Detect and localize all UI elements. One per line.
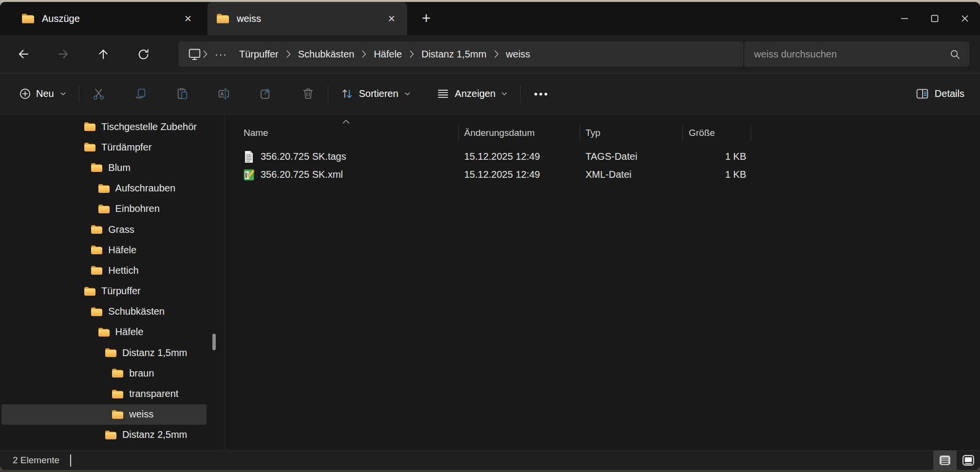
navigation-bar: ··· TürpufferSchubkästenHäfeleDistanz 1,…	[0, 35, 980, 73]
sidebar-item-label: transparent	[129, 388, 178, 399]
new-tab-button[interactable]: +	[418, 10, 434, 27]
details-pane-button[interactable]: Details	[913, 81, 967, 107]
copy-button[interactable]	[127, 81, 155, 107]
tab-bar: Auszüge ✕ weiss ✕ +	[0, 2, 980, 35]
file-date: 15.12.2025 12:49	[459, 169, 580, 180]
refresh-button[interactable]	[132, 42, 155, 66]
sidebar-item-aufschrauben[interactable]: Aufschrauben	[1, 178, 207, 199]
sidebar-item-schubkästen[interactable]: Schubkästen	[1, 302, 207, 322]
sort-button[interactable]: Sortieren	[334, 81, 418, 107]
toolbar-separator	[520, 85, 521, 103]
details-view-toggle[interactable]	[933, 451, 957, 470]
folder-icon	[216, 13, 229, 24]
folder-icon	[91, 265, 102, 275]
folder-tree: Tischgestelle ZubehörTürdämpferBlumAufsc…	[0, 116, 225, 445]
details-panel-icon	[916, 87, 929, 100]
chevron-down-icon	[59, 90, 67, 97]
sidebar-item-grass[interactable]: Grass	[1, 219, 207, 240]
sidebar-item-label: Aufschrauben	[115, 183, 175, 194]
sidebar-item-häfele[interactable]: Häfele	[1, 322, 207, 342]
file-row-356-20-725-sk-xml[interactable]: 356.20.725 SK.xml15.12.2025 12:49XML-Dat…	[225, 166, 980, 184]
details-button-label: Details	[935, 88, 964, 99]
close-tab-icon[interactable]: ✕	[385, 12, 398, 25]
sidebar-item-weiss[interactable]: weiss	[1, 404, 207, 425]
sidebar-item-label: braun	[129, 368, 154, 379]
file-date: 15.12.2025 12:49	[459, 151, 580, 162]
sidebar-item-blum[interactable]: Blum	[1, 157, 207, 178]
sidebar-item-einbohren[interactable]: Einbohren	[1, 199, 207, 219]
tab-weiss[interactable]: weiss ✕	[207, 2, 407, 35]
view-button[interactable]: Anzeigen	[430, 81, 515, 107]
search-input[interactable]	[744, 49, 949, 60]
close-button[interactable]	[950, 2, 980, 35]
navigation-pane: Tischgestelle ZubehörTürdämpferBlumAufsc…	[0, 114, 225, 450]
sort-ascending-caret-icon[interactable]	[342, 118, 350, 125]
file-size: 1 KB	[683, 151, 751, 162]
forward-button[interactable]	[52, 42, 75, 66]
back-button[interactable]	[12, 42, 35, 66]
folder-icon	[105, 430, 116, 440]
delete-button[interactable]	[294, 81, 322, 107]
column-header-größe[interactable]: Größe	[683, 125, 751, 141]
breadcrumb-item-türpuffer[interactable]: Türpuffer	[233, 49, 284, 60]
folder-icon	[98, 204, 110, 214]
sidebar-scrollbar-thumb[interactable]	[212, 334, 216, 350]
close-tab-icon[interactable]: ✕	[181, 12, 195, 25]
folder-icon	[98, 184, 110, 193]
minimize-button[interactable]	[889, 2, 920, 35]
column-header-name[interactable]: Name	[225, 125, 459, 141]
up-button[interactable]	[92, 42, 115, 66]
breadcrumb-item-häfele[interactable]: Häfele	[368, 49, 408, 60]
file-name: 356.20.725 SK.xml	[261, 169, 343, 180]
tags-file-icon	[244, 151, 254, 163]
large-icons-view-toggle[interactable]	[957, 451, 980, 470]
share-button[interactable]	[252, 81, 281, 107]
status-divider	[70, 454, 71, 467]
main-area: Tischgestelle ZubehörTürdämpferBlumAufsc…	[0, 114, 980, 450]
folder-icon	[105, 348, 116, 358]
sidebar-item-label: Distanz 1,5mm	[122, 347, 187, 359]
sidebar-item-türpuffer[interactable]: Türpuffer	[1, 281, 207, 302]
file-name: 356.20.725 SK.tags	[261, 151, 346, 162]
folder-icon	[112, 368, 123, 378]
cut-button[interactable]	[85, 81, 113, 107]
more-options-button[interactable]: •••	[526, 88, 557, 100]
maximize-button[interactable]	[920, 2, 950, 35]
tab-auszuege[interactable]: Auszüge ✕	[13, 2, 204, 35]
file-row-356-20-725-sk-tags[interactable]: 356.20.725 SK.tags15.12.2025 12:49TAGS-D…	[225, 148, 980, 166]
breadcrumb[interactable]: ··· TürpufferSchubkästenHäfeleDistanz 1,…	[178, 41, 743, 67]
breadcrumb-overflow[interactable]: ···	[209, 49, 233, 60]
view-toggles	[933, 451, 980, 470]
view-lines-icon	[436, 87, 450, 100]
sidebar-item-türdämpfer[interactable]: Türdämpfer	[1, 137, 207, 157]
sidebar-item-distanz-1-5mm[interactable]: Distanz 1,5mm	[1, 342, 207, 363]
sidebar-item-braun[interactable]: braun	[1, 363, 207, 383]
sidebar-item-distanz-2-5mm[interactable]: Distanz 2,5mm	[1, 425, 207, 445]
sidebar-item-label: Häfele	[108, 245, 136, 256]
view-button-label: Anzeigen	[455, 88, 495, 99]
search-icon[interactable]	[949, 49, 961, 60]
item-count: 2 Elemente	[13, 455, 59, 466]
column-header-änderungsdatum[interactable]: Änderungsdatum	[459, 125, 580, 141]
sidebar-item-label: Hettich	[108, 265, 138, 276]
column-header-typ[interactable]: Typ	[580, 125, 683, 141]
new-button[interactable]: Neu	[13, 81, 74, 107]
sidebar-item-label: weiss	[129, 409, 153, 420]
file-type: XML-Datei	[580, 169, 683, 180]
chevron-down-icon	[404, 90, 411, 97]
breadcrumb-item-schubkästen[interactable]: Schubkästen	[292, 49, 360, 60]
this-pc-icon[interactable]	[188, 48, 201, 61]
file-size: 1 KB	[683, 169, 751, 180]
sidebar-item-tischgestelle-zubehör[interactable]: Tischgestelle Zubehör	[1, 116, 207, 137]
breadcrumb-item-weiss[interactable]: weiss	[500, 49, 536, 60]
sidebar-item-transparent[interactable]: transparent	[1, 383, 207, 404]
paste-button[interactable]	[169, 81, 197, 107]
breadcrumb-item-distanz-1-5mm[interactable]: Distanz 1,5mm	[415, 49, 492, 60]
sidebar-item-hettich[interactable]: Hettich	[1, 260, 207, 281]
folder-icon	[84, 122, 95, 132]
sidebar-item-häfele[interactable]: Häfele	[1, 240, 207, 260]
folder-icon	[84, 142, 95, 152]
rename-button[interactable]	[210, 81, 239, 107]
folder-icon	[91, 307, 102, 317]
sidebar-item-label: Schubkästen	[108, 306, 165, 317]
